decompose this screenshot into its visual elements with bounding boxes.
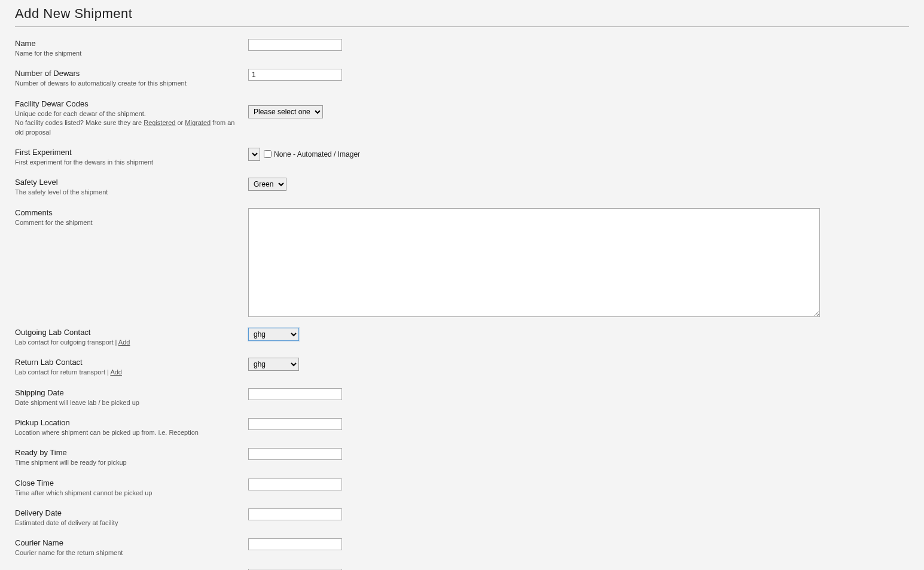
desc-ready-by: Time shipment will be ready for pickup (15, 458, 236, 467)
label-return-contact: Return Lab Contact (15, 358, 236, 367)
label-shipping-date: Shipping Date (15, 388, 236, 397)
row-close-time: Close Time Time after which shipment can… (15, 478, 909, 498)
label-pickup-location: Pickup Location (15, 418, 236, 427)
row-num-dewars: Number of Dewars Number of dewars to aut… (15, 69, 909, 88)
label-facility-codes: Facility Dewar Codes (15, 99, 236, 108)
divider (15, 26, 909, 27)
desc-facility-line2a: No facility codes listed? Make sure they… (15, 119, 144, 126)
desc-comments: Comment for the shipment (15, 218, 236, 227)
row-facility-codes: Facility Dewar Codes Unique code for eac… (15, 99, 909, 137)
first-experiment-none-label[interactable]: None - Automated / Imager (264, 150, 360, 158)
ready-by-input[interactable] (248, 448, 342, 460)
desc-facility-prefix: Unique code for each dewar of the shipme… (15, 110, 146, 117)
first-experiment-select[interactable] (248, 148, 260, 161)
label-close-time: Close Time (15, 478, 236, 487)
desc-name: Name for the shipment (15, 49, 236, 58)
first-experiment-none-text: None - Automated / Imager (274, 150, 360, 158)
comments-textarea[interactable] (248, 208, 820, 317)
first-experiment-none-checkbox[interactable] (264, 150, 272, 158)
row-outgoing-contact: Outgoing Lab Contact Lab contact for out… (15, 328, 909, 347)
pickup-location-input[interactable] (248, 418, 342, 430)
label-num-dewars: Number of Dewars (15, 69, 236, 78)
close-time-input[interactable] (248, 478, 342, 490)
name-input[interactable] (248, 39, 342, 51)
page-title: Add New Shipment (15, 6, 909, 22)
link-registered[interactable]: Registered (144, 119, 175, 126)
label-outgoing-contact: Outgoing Lab Contact (15, 328, 236, 337)
desc-outgoing-contact: Lab contact for outgoing transport | Add (15, 338, 236, 347)
desc-courier-name: Courier name for the return shipment (15, 548, 236, 557)
facility-codes-select[interactable]: Please select one (248, 105, 323, 118)
label-safety-level: Safety Level (15, 178, 236, 187)
return-contact-select[interactable]: ghg (248, 358, 299, 371)
label-name: Name (15, 39, 236, 48)
desc-delivery-date: Estimated date of delivery at facility (15, 519, 236, 528)
row-first-experiment: First Experiment First experiment for th… (15, 148, 909, 167)
row-name: Name Name for the shipment (15, 39, 909, 58)
label-delivery-date: Delivery Date (15, 508, 236, 517)
label-comments: Comments (15, 208, 236, 217)
desc-num-dewars: Number of dewars to automatically create… (15, 79, 236, 88)
desc-facility-codes: Unique code for each dewar of the shipme… (15, 109, 236, 137)
desc-close-time: Time after which shipment cannot be pick… (15, 489, 236, 498)
row-pickup-location: Pickup Location Location where shipment … (15, 418, 909, 437)
row-safety-level: Safety Level The safety level of the shi… (15, 178, 909, 197)
label-first-experiment: First Experiment (15, 148, 236, 157)
num-dewars-input[interactable] (248, 69, 342, 81)
row-comments: Comments Comment for the shipment (15, 208, 909, 317)
desc-outgoing-prefix: Lab contact for outgoing transport | (15, 339, 118, 346)
link-add-return[interactable]: Add (110, 368, 122, 376)
row-courier-name: Courier Name Courier name for the return… (15, 538, 909, 557)
delivery-date-input[interactable] (248, 508, 342, 520)
courier-name-input[interactable] (248, 538, 342, 550)
desc-shipping-date: Date shipment will leave lab / be picked… (15, 398, 236, 407)
row-return-contact: Return Lab Contact Lab contact for retur… (15, 358, 909, 377)
desc-return-contact: Lab contact for return transport | Add (15, 368, 236, 377)
row-ready-by: Ready by Time Time shipment will be read… (15, 448, 909, 467)
desc-facility-or: or (175, 119, 185, 126)
outgoing-contact-select[interactable]: ghg (248, 328, 299, 341)
desc-return-prefix: Lab contact for return transport | (15, 368, 110, 376)
label-ready-by: Ready by Time (15, 448, 236, 457)
row-shipping-date: Shipping Date Date shipment will leave l… (15, 388, 909, 407)
label-courier-name: Courier Name (15, 538, 236, 547)
desc-pickup-location: Location where shipment can be picked up… (15, 428, 236, 437)
desc-first-experiment: First experiment for the dewars in this … (15, 158, 236, 167)
row-delivery-date: Delivery Date Estimated date of delivery… (15, 508, 909, 528)
shipping-date-input[interactable] (248, 388, 342, 400)
link-migrated[interactable]: Migrated (185, 119, 211, 126)
link-add-outgoing[interactable]: Add (118, 339, 130, 346)
desc-safety-level: The safety level of the shipment (15, 188, 236, 197)
safety-level-select[interactable]: Green (248, 178, 286, 191)
